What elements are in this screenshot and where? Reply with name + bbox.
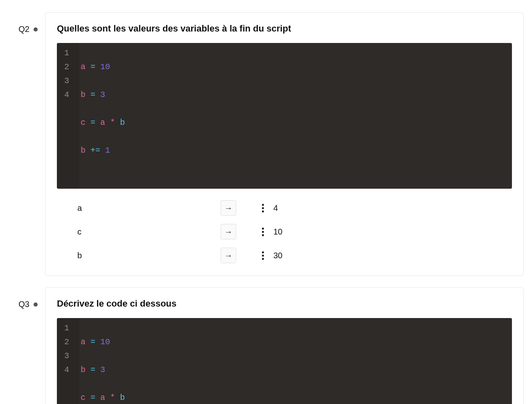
line-number: 4 [64,88,69,102]
match-left-label[interactable]: b [77,251,221,260]
code-token: a [100,118,105,127]
code-lines: a = 10 b = 3 c = a * b [79,318,512,404]
arrow-right-icon[interactable]: → [221,248,236,263]
question-number: Q3 [18,300,29,309]
code-token: = [90,337,95,347]
code-token: b [120,393,125,402]
arrow-right-icon[interactable]: → [221,224,236,239]
match-row: b → 30 [77,248,491,263]
arrow-right-icon[interactable]: → [221,200,236,216]
code-token: = [90,90,95,99]
drag-handle-icon[interactable] [259,204,267,212]
status-dot-icon [34,27,38,32]
match-right-value[interactable]: 4 [273,203,278,213]
line-number: 3 [64,349,69,363]
question-card: Décrivez le code ci dessous 1 2 3 4 a = … [45,287,524,404]
question-card: Quelles sont les valeurs des variables à… [45,12,524,276]
match-row: a → 4 [77,200,491,216]
code-token: 10 [100,337,110,347]
code-token: = [90,118,95,127]
code-token: += [90,146,100,155]
matching-area: a → 4 c → 10 b → 30 [57,200,512,263]
question-label-wrap: Q2 [8,12,45,34]
line-number: 1 [64,46,69,60]
code-block: 1 2 3 4 a = 10 b = 3 c = a * b [57,318,512,404]
drag-handle-icon[interactable] [259,228,267,236]
code-token: * [110,118,115,127]
drag-handle-icon[interactable] [259,251,267,260]
line-number: 4 [64,363,69,377]
code-token: = [90,365,95,375]
code-token: 3 [100,90,105,99]
code-token: b [81,90,86,99]
code-token: a [81,62,86,72]
match-row: c → 10 [77,224,491,239]
question-q2: Q2 Quelles sont les valeurs des variable… [8,12,524,276]
code-token: = [90,393,95,402]
code-token: 1 [105,146,110,155]
line-number: 3 [64,74,69,88]
code-token: = [90,62,95,72]
status-dot-icon [34,302,38,307]
match-left-label[interactable]: c [77,227,221,237]
code-gutter: 1 2 3 4 [57,43,79,189]
question-title: Décrivez le code ci dessous [57,298,512,309]
match-left-label[interactable]: a [77,203,221,213]
code-token: b [81,146,86,155]
question-q3: Q3 Décrivez le code ci dessous 1 2 3 4 a… [8,287,524,404]
code-lines: a = 10 b = 3 c = a * b b += 1 [79,43,512,189]
code-token: a [81,337,86,347]
line-number: 2 [64,335,69,349]
line-number: 2 [64,60,69,74]
code-token: 10 [100,62,110,72]
code-token: * [110,393,115,402]
question-title: Quelles sont les valeurs des variables à… [57,23,512,34]
code-gutter: 1 2 3 4 [57,318,79,404]
code-token: b [81,365,86,375]
code-token: 3 [100,365,105,375]
code-token: c [81,393,86,402]
question-label-wrap: Q3 [8,287,45,309]
line-number: 1 [64,321,69,335]
match-right-value[interactable]: 10 [273,227,282,237]
match-right-value[interactable]: 30 [273,251,282,260]
code-token: a [100,393,105,402]
question-number: Q2 [18,25,29,34]
code-token: b [120,118,125,127]
code-token: c [81,118,86,127]
code-block: 1 2 3 4 a = 10 b = 3 c = a * b b += 1 [57,43,512,189]
